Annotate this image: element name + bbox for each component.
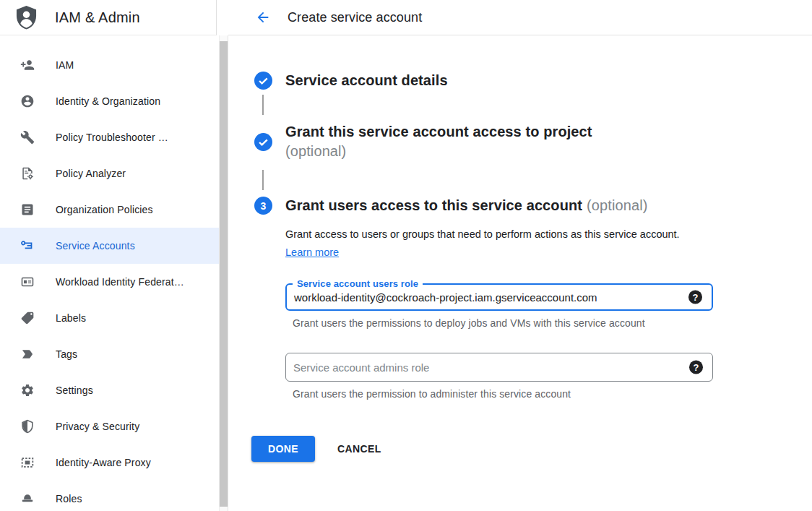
dashed-frame-icon <box>20 455 35 470</box>
sidebar-scrollbar-thumb[interactable] <box>220 41 228 507</box>
step-1-service-account-details: Service account details <box>254 71 812 90</box>
step-2-optional-label: (optional) <box>285 142 592 161</box>
arrow-back-icon <box>255 9 271 25</box>
help-icon[interactable]: ? <box>688 291 702 304</box>
step-connector <box>262 95 264 115</box>
sidebar-item-label: Policy Analyzer <box>56 168 126 179</box>
step-2-title: Grant this service account access to pro… <box>285 122 592 142</box>
sidebar-item-identity-aware-proxy[interactable]: Identity-Aware Proxy <box>0 445 219 481</box>
sidebar-item-identity-organization[interactable]: Identity & Organization <box>0 83 219 119</box>
price-tag-icon <box>20 311 35 325</box>
sidebar-item-settings[interactable]: Settings <box>0 372 219 408</box>
label-arrow-icon <box>20 347 35 361</box>
sidebar-item-roles[interactable]: Roles <box>0 481 219 511</box>
iam-admin-shield-icon <box>15 5 38 30</box>
sidebar-item-label: IAM <box>56 59 74 71</box>
hat-icon <box>20 491 35 506</box>
service-account-admins-role-input[interactable] <box>286 353 712 381</box>
sidebar-item-privacy-security[interactable]: Privacy & Security <box>0 408 219 445</box>
step-complete-check-icon <box>254 72 272 90</box>
service-account-users-role-field: Service account users role ? <box>285 283 713 311</box>
person-add-icon <box>20 58 35 72</box>
app-header: IAM & Admin <box>0 0 217 35</box>
step-3-body: Grant access to users or groups that nee… <box>285 226 812 400</box>
sidebar-item-label: Service Accounts <box>56 240 135 252</box>
step-3-optional-label: (optional) <box>587 197 647 213</box>
sidebar-item-label: Identity & Organization <box>56 95 160 107</box>
sidebar-item-service-accounts[interactable]: Service Accounts <box>0 228 219 264</box>
users-role-helper-text: Grant users the permissions to deploy jo… <box>293 317 812 329</box>
sidebar-item-label: Labels <box>56 312 86 324</box>
done-button[interactable]: DONE <box>251 436 315 462</box>
article-icon <box>20 202 35 217</box>
sidebar-item-label: Policy Troubleshooter … <box>56 132 168 143</box>
learn-more-link[interactable]: Learn more <box>285 246 339 258</box>
sidebar-item-iam[interactable]: IAM <box>0 47 219 83</box>
step-2-grant-access-to-project: Grant this service account access to pro… <box>254 122 812 161</box>
step-connector <box>262 170 264 190</box>
back-button[interactable] <box>254 9 272 26</box>
sidebar-item-workload-identity-federation[interactable]: Workload Identity Federat… <box>0 264 219 300</box>
sidebar-scrollbar-track[interactable] <box>219 35 228 511</box>
sidebar-item-label: Identity-Aware Proxy <box>56 457 151 468</box>
page-header: Create service account <box>228 0 812 35</box>
step-3-description: Grant access to users or groups that nee… <box>285 226 681 262</box>
sidebar-item-label: Tags <box>56 348 77 360</box>
service-account-admins-role-field: ? <box>285 353 713 382</box>
help-icon[interactable]: ? <box>689 361 703 374</box>
account-circle-icon <box>20 94 35 108</box>
wrench-icon <box>20 130 35 145</box>
cancel-button[interactable]: CANCEL <box>337 443 381 455</box>
id-card-icon <box>20 275 35 289</box>
sidebar-item-label: Privacy & Security <box>56 421 139 432</box>
sidebar-item-organization-policies[interactable]: Organization Policies <box>0 192 219 228</box>
create-service-account-form: Service account details Grant this servi… <box>228 35 812 511</box>
step-1-title: Service account details <box>285 72 448 88</box>
sidebar-item-policy-analyzer[interactable]: Policy Analyzer <box>0 155 219 192</box>
document-gear-icon <box>20 166 35 181</box>
sidebar-item-label: Roles <box>56 493 82 504</box>
sidebar-item-tags[interactable]: Tags <box>0 336 219 372</box>
shield-half-icon <box>20 419 35 434</box>
service-account-key-icon <box>20 239 35 253</box>
step-3-description-text: Grant access to users or groups that nee… <box>285 228 680 240</box>
app-title: IAM & Admin <box>55 9 140 26</box>
page-title: Create service account <box>288 10 422 25</box>
form-actions: DONE CANCEL <box>251 436 812 462</box>
service-account-users-role-label: Service account users role <box>293 278 423 289</box>
step-3-number-badge: 3 <box>254 197 272 215</box>
sidebar-item-label: Organization Policies <box>56 204 153 215</box>
gear-icon <box>20 383 35 398</box>
sidebar-item-policy-troubleshooter[interactable]: Policy Troubleshooter … <box>0 119 219 155</box>
step-3-grant-users-access: 3 Grant users access to this service acc… <box>254 196 812 215</box>
sidebar-item-label: Workload Identity Federat… <box>56 276 184 288</box>
sidebar-item-label: Settings <box>56 385 93 396</box>
sidebar: IAM Identity & Organization Policy Troub… <box>0 35 219 511</box>
sidebar-item-labels[interactable]: Labels <box>0 300 219 336</box>
step-complete-check-icon <box>254 133 272 151</box>
step-3-title: Grant users access to this service accou… <box>285 197 582 213</box>
admins-role-helper-text: Grant users the permission to administer… <box>293 388 812 400</box>
